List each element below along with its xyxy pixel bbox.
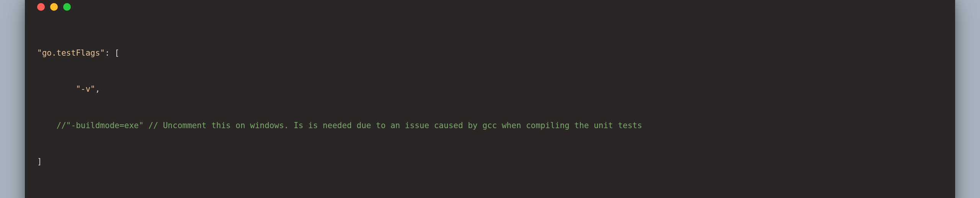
code-window: "go.testFlags": [ "-v", //"-buildmode=ex… [25, 0, 955, 198]
window-titlebar [37, 3, 943, 11]
comma: , [95, 84, 100, 94]
close-icon[interactable] [37, 3, 45, 11]
code-line-3: //"-buildmode=exe" // Uncomment this on … [37, 120, 943, 132]
code-line-1: "go.testFlags": [ [37, 47, 943, 59]
code-line-4: ] [37, 156, 943, 168]
minimize-icon[interactable] [50, 3, 58, 11]
comment-line: //"-buildmode=exe" // Uncomment this on … [57, 121, 642, 130]
flag-string: "-v" [76, 84, 95, 94]
maximize-icon[interactable] [63, 3, 71, 11]
close-bracket: ] [37, 157, 42, 166]
code-line-2: "-v", [37, 83, 943, 96]
colon-open-bracket: : [ [105, 48, 119, 58]
code-block: "go.testFlags": [ "-v", //"-buildmode=ex… [37, 23, 943, 192]
json-key: "go.testFlags" [37, 48, 105, 58]
